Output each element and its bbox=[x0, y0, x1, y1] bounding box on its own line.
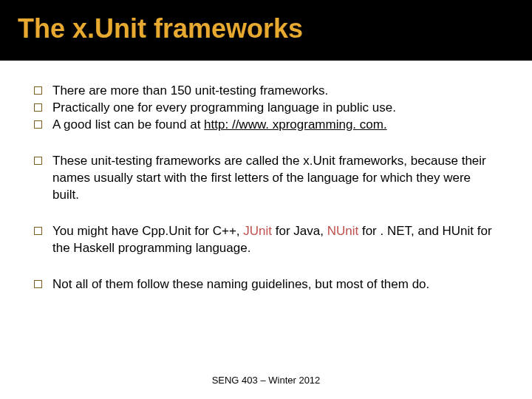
bullet-item: A good list can be found at http: //www.… bbox=[34, 117, 498, 134]
bullet-item: These unit-testing frameworks are called… bbox=[34, 153, 498, 204]
text-segment: Practically one for every programming la… bbox=[52, 100, 396, 115]
square-bullet-icon bbox=[34, 86, 42, 95]
bullet-group: These unit-testing frameworks are called… bbox=[34, 153, 498, 204]
bullet-text: There are more than 150 unit-testing fra… bbox=[52, 83, 498, 100]
bullet-item: Not all of them follow these naming guid… bbox=[34, 276, 498, 293]
bullet-item: You might have Cpp.Unit for C++, JUnit f… bbox=[34, 223, 498, 257]
text-segment: There are more than 150 unit-testing fra… bbox=[52, 83, 328, 98]
text-segment: A good list can be found at bbox=[52, 117, 204, 132]
square-bullet-icon bbox=[34, 280, 42, 288]
bullet-group: There are more than 150 unit-testing fra… bbox=[34, 83, 498, 134]
bullet-text: These unit-testing frameworks are called… bbox=[52, 153, 498, 204]
accent-text: JUnit bbox=[243, 224, 272, 238]
text-segment: for Java, bbox=[272, 224, 327, 238]
title-bar: The x.Unit frameworks bbox=[0, 0, 532, 61]
bullet-item: Practically one for every programming la… bbox=[34, 100, 498, 117]
square-bullet-icon bbox=[34, 120, 42, 129]
square-bullet-icon bbox=[34, 103, 42, 112]
slide-title: The x.Unit frameworks bbox=[18, 13, 532, 44]
slide-footer: SENG 403 – Winter 2012 bbox=[0, 375, 532, 386]
bullet-group: You might have Cpp.Unit for C++, JUnit f… bbox=[34, 223, 498, 257]
bullet-text: Not all of them follow these naming guid… bbox=[52, 276, 498, 293]
bullet-item: There are more than 150 unit-testing fra… bbox=[34, 83, 498, 100]
accent-text: NUnit bbox=[327, 224, 359, 238]
text-segment: You might have Cpp.Unit for C++, bbox=[52, 224, 243, 238]
slide-content: There are more than 150 unit-testing fra… bbox=[0, 61, 532, 293]
bullet-text: You might have Cpp.Unit for C++, JUnit f… bbox=[52, 223, 498, 257]
bullet-text: Practically one for every programming la… bbox=[52, 100, 498, 117]
square-bullet-icon bbox=[34, 157, 42, 165]
square-bullet-icon bbox=[34, 227, 42, 235]
bullet-group: Not all of them follow these naming guid… bbox=[34, 276, 498, 293]
text-segment: Not all of them follow these naming guid… bbox=[52, 277, 429, 291]
bullet-text: A good list can be found at http: //www.… bbox=[52, 117, 498, 134]
text-segment: These unit-testing frameworks are called… bbox=[52, 154, 486, 202]
link-text[interactable]: http: //www. xprogramming. com. bbox=[204, 117, 387, 132]
